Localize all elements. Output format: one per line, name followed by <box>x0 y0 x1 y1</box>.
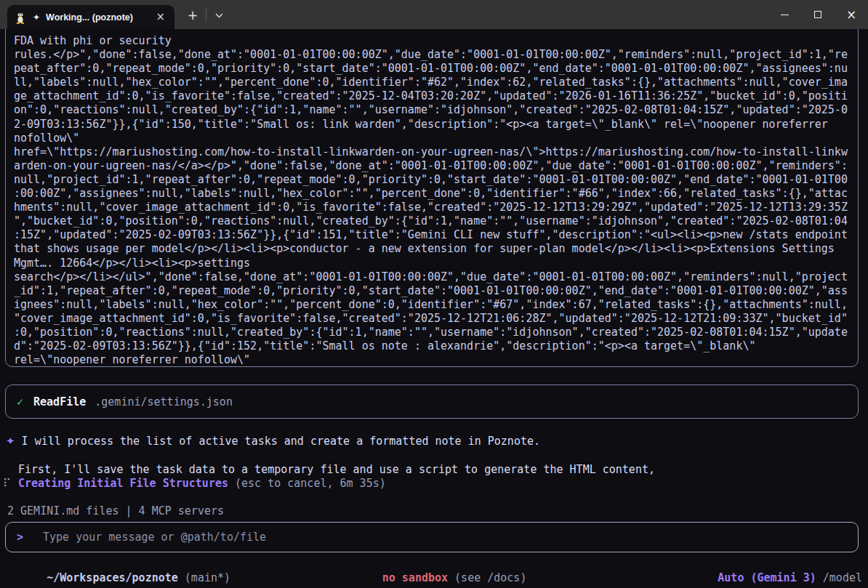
working-directory: ~/Workspaces/poznote <box>47 571 178 584</box>
json-output-line: d":"2025-02-09T03:13:56Z"}},{"id":152,"t… <box>14 339 851 353</box>
success-check-icon: ✓ <box>17 395 23 408</box>
json-output-line: ignees":null,"labels":null,"hex_color":"… <box>14 298 851 312</box>
json-output-line: on":0,"reactions":null,"created_by":{"id… <box>14 103 851 117</box>
json-output-line: ","bucket_id":0,"position":0,"reactions"… <box>14 214 851 228</box>
json-output-line: :0,"position":0,"reactions":null,"create… <box>14 326 851 339</box>
footer-status-bar: ~/Workspaces/poznote (main*) no sandbox … <box>0 558 868 576</box>
footer-cwd-section: ~/Workspaces/poznote (main*) <box>7 558 343 588</box>
assistant-message: ✦ I will process the list of active task… <box>6 435 540 448</box>
tab-title: Working... (poznote) <box>46 12 152 23</box>
new-tab-button[interactable]: + <box>183 6 202 25</box>
close-button[interactable]: × <box>835 0 868 29</box>
titlebar: ✦ Working... (poznote) × + × <box>0 0 868 29</box>
json-output-line: rel=\"noopener noreferrer nofollow\" <box>14 353 851 367</box>
tab-close-icon[interactable]: × <box>152 10 169 24</box>
json-output-line: "cover_image_attachment_id":0,"is_favori… <box>14 312 851 326</box>
json-output-line: :15Z","updated":"2025-02-09T03:13:56Z"}}… <box>14 228 851 242</box>
message-input-box[interactable]: > <box>5 522 859 552</box>
working-status-line: ⠏ Creating Initial File Structures (esc … <box>3 477 386 490</box>
json-output-line: hments":null,"cover_image_attachment_id"… <box>14 201 851 214</box>
json-output-line: FDA with phi or security <box>14 34 851 48</box>
json-output-line: null,"project_id":1,"repeat_after":0,"re… <box>14 173 851 187</box>
json-output-line: :00:00Z","assignees":null,"labels":null,… <box>14 187 851 201</box>
footer-model-section: Auto (Gemini 3) /model <box>526 558 862 588</box>
readfile-tool-call: ✓ ReadFile .gemini/settings.json <box>5 384 859 419</box>
json-output-line: ge_attachment_id":0,"is_favorite":false,… <box>14 89 851 103</box>
status-cancel-hint <box>228 477 235 490</box>
close-icon: × <box>846 9 856 21</box>
tab-separator <box>206 8 206 22</box>
sandbox-hint: (see /docs) <box>448 571 526 584</box>
json-output-line: nofollow\" <box>14 132 851 145</box>
spinner-icon: ⠏ <box>3 477 11 490</box>
json-output-line: rules.</p>","done":false,"done_at":"0001… <box>14 48 851 62</box>
assistant-message-continuation: First, I'll save the task data to a temp… <box>18 463 655 476</box>
footer-sandbox-section: no sandbox (see /docs) <box>343 558 527 588</box>
minimize-button[interactable] <box>768 0 801 29</box>
gemini-sparkle-icon: ✦ <box>6 435 15 448</box>
tool-output-box: FDA with phi or security rules.</p>","do… <box>5 29 859 367</box>
model-name: Auto (Gemini 3) <box>718 571 816 584</box>
json-output-line: that shows usage per model</p></li><li><… <box>14 242 851 256</box>
message-input[interactable] <box>29 531 858 544</box>
window-controls: × <box>768 0 868 29</box>
sandbox-status: no sandbox <box>382 571 448 584</box>
json-output-line: peat_after":0,"repeat_mode":0,"priority"… <box>14 62 851 76</box>
json-output-line: ll,"labels":null,"hex_color":"","percent… <box>14 76 851 89</box>
assistant-message-text: I will process the list of active tasks … <box>22 435 540 448</box>
minimize-icon <box>781 15 789 15</box>
linux-penguin-icon <box>15 11 26 24</box>
chevron-down-icon <box>215 13 223 18</box>
json-output-line: Mgmt…. 12664</p></li><li><p>settings <box>14 257 851 270</box>
status-hint-text: (esc to cancel, 6m 35s) <box>235 477 386 490</box>
tool-name: ReadFile <box>33 395 86 408</box>
status-action-text: Creating Initial File Structures <box>18 477 228 490</box>
terminal-tab[interactable]: ✦ Working... (poznote) × <box>7 5 174 29</box>
git-branch: (main*) <box>178 571 230 584</box>
context-summary: 2 GEMINI.md files | 4 MCP servers <box>7 504 224 517</box>
prompt-icon: > <box>17 531 23 544</box>
model-hint: /model <box>816 571 862 584</box>
maximize-button[interactable] <box>801 0 835 29</box>
json-output-line: search</p></li></ul>","done":false,"done… <box>14 270 851 284</box>
json-output-line: arden-on-your-ugreen-nas/</a></p>","done… <box>14 159 851 173</box>
json-output-line: 2-09T03:13:56Z"}},{"id":150,"title":"Sma… <box>14 118 851 132</box>
tool-argument: .gemini/settings.json <box>95 395 233 408</box>
gemini-sparkle-icon: ✦ <box>33 12 40 23</box>
terminal-viewport: FDA with phi or security rules.</p>","do… <box>0 29 868 588</box>
maximize-icon <box>814 11 821 18</box>
json-output-line: _id":1,"repeat_after":0,"repeat_mode":0,… <box>14 284 851 298</box>
json-output-line: href=\"https://mariushosting.com/how-to-… <box>14 145 851 159</box>
tab-dropdown-button[interactable] <box>209 6 228 25</box>
